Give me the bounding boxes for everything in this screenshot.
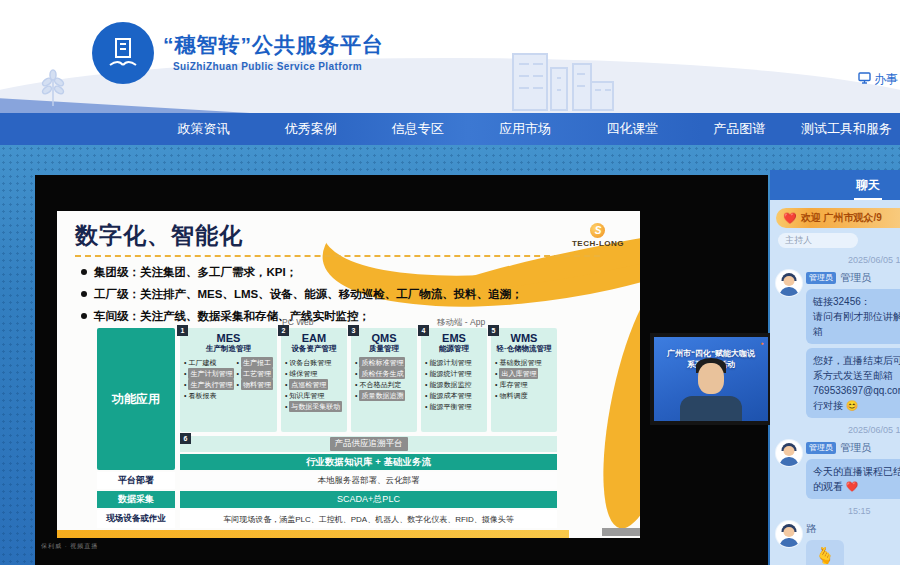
item-label: 点巡检管理 — [289, 379, 328, 390]
presenter-face — [698, 363, 724, 394]
module-box: 5WMS轻·仓储物流管理•基础数据管理•出入库管理•库存管理•物料调度 — [491, 328, 557, 432]
chat-message-list: 2025/06/05 15管理员管理员链接32456： 请问有刚才那位讲解四化老… — [776, 255, 900, 565]
welcome-banner: ❤️ 欢迎 广州市观众/9 — [776, 208, 900, 228]
bullet-text: 工厂级：关注排产、MES、LMS、设备、能源、移动巡检、工厂物流、投料、追溯； — [94, 287, 523, 302]
module-item: •维保管理 — [285, 368, 343, 379]
item-label: 质检标准管理 — [359, 357, 405, 368]
module-item: •库存管理 — [495, 379, 553, 390]
top-right-link-label: 办事 — [874, 71, 898, 88]
module-item: •点巡检管理 — [285, 379, 343, 390]
site-title: “穗智转”公共服务平台 — [163, 31, 384, 59]
chat-body[interactable]: ❤️ 欢迎 广州市观众/9 主持人 2025/06/05 15管理员管理员链接3… — [770, 200, 900, 565]
item-label: 工艺管理 — [241, 368, 273, 379]
module-item: •工厂建模 — [184, 357, 234, 368]
chat-message: 管理员管理员今天的直播课程已结束，感 的观看 ❤️ — [776, 440, 900, 499]
module-item: •能源统计管理 — [425, 368, 483, 379]
module-name: EMS — [425, 332, 483, 344]
module-box: 2EAM设备资产管理•设备台账管理•维保管理•点巡检管理•知识库管理•与数据采集… — [281, 328, 347, 432]
module-item: •生产报工 — [236, 357, 272, 368]
knowledge-base-bar: 行业数据知识库 + 基础业务流 — [180, 454, 557, 470]
presenter-body — [680, 396, 742, 421]
player-watermark: 保利威 · 视频直播 — [41, 542, 98, 551]
avatar-body — [780, 538, 799, 547]
item-label: 能源计划管理 — [429, 357, 471, 368]
item-label: 能源成本管理 — [429, 390, 471, 401]
module-item-list: •基础数据管理•出入库管理•库存管理•物料调度 — [495, 357, 553, 401]
module-item: •质检任务生成 — [355, 368, 413, 379]
bullet-dot — [81, 313, 87, 319]
avatar-face — [784, 527, 795, 537]
left-label-field-devices: 现场设备或作业 — [97, 510, 175, 528]
top-right-service-link[interactable]: 办事 — [858, 71, 898, 88]
nav-list: 政策资讯优秀案例信息专区应用市场四化课堂产品图谱测试工具和服务 — [150, 120, 900, 138]
module-item: •工艺管理 — [236, 368, 272, 379]
presenter-video-overlay[interactable]: ● 广州市“四化”赋能大咖说 系列直播活动 — [650, 333, 772, 425]
item-label: 不合格品判定 — [359, 379, 401, 390]
left-label-function: 功能应用 — [97, 328, 175, 470]
avatar-face — [784, 446, 795, 456]
avatar-body — [780, 457, 799, 466]
item-label: 工厂建模 — [188, 357, 216, 368]
avatar-face — [784, 276, 795, 286]
item-bullet: • — [425, 379, 427, 390]
user-name: 管理员 — [840, 441, 872, 455]
item-bullet: • — [236, 357, 238, 368]
trace-platform-row: 6 产品供应追溯平台 — [180, 436, 557, 452]
chat-timestamp: 2025/06/05 15 — [776, 255, 900, 265]
nav-item[interactable]: 应用市场 — [471, 120, 578, 138]
left-label-data-collect: 数据采集 — [97, 491, 175, 508]
user-avatar — [776, 521, 802, 547]
module-item: •看板报表 — [184, 390, 234, 401]
slide-bottom-gray-bar — [602, 528, 640, 536]
message-name-row: 管理员管理员 — [806, 270, 900, 285]
heart-icon: ❤️ — [783, 213, 797, 224]
module-box: 1MES生产制造管理•工厂建模•生产报工•生产计划管理•工艺管理•生产执行管理•… — [180, 328, 277, 432]
item-label: 生产报工 — [241, 357, 273, 368]
item-label: 能源统计管理 — [429, 368, 471, 379]
chat-header: 聊天 — [770, 170, 900, 200]
item-bullet: • — [425, 368, 427, 379]
module-number: 5 — [488, 325, 499, 336]
item-label: 知识库管理 — [289, 390, 324, 401]
item-bullet: • — [495, 357, 497, 368]
nav-item[interactable]: 信息专区 — [364, 120, 471, 138]
item-bullet: • — [184, 390, 186, 401]
chat-panel: 聊天 ❤️ 欢迎 广州市观众/9 主持人 2025/06/05 15管理员管理员… — [770, 170, 900, 565]
module-name: WMS — [495, 332, 553, 344]
bullet-dot — [81, 291, 87, 297]
nav-item[interactable]: 四化课堂 — [579, 120, 686, 138]
module-item: •知识库管理 — [285, 390, 343, 401]
presentation-slide: S TECH-LONG 数字化、智能化 集团级：关注集团、多工厂需求，KPI； … — [57, 211, 640, 538]
module-item: •设备台账管理 — [285, 357, 343, 368]
module-subtitle: 轻·仓储物流管理 — [495, 344, 553, 354]
nav-item[interactable]: 产品图谱 — [686, 120, 793, 138]
nav-item[interactable]: 测试工具和服务 — [793, 120, 900, 138]
page: “穗智转”公共服务平台 SuiZhiZhuan Public Service P… — [0, 0, 900, 565]
module-item-list: •工厂建模•生产报工•生产计划管理•工艺管理•生产执行管理•物料管理•看板报表 — [184, 357, 273, 401]
slide-bottom-yellow-bar — [57, 530, 569, 538]
title-dashed-underline — [75, 255, 600, 257]
item-bullet: • — [285, 390, 287, 401]
bullet-item: 工厂级：关注排产、MES、LMS、设备、能源、移动巡检、工厂物流、投料、追溯； — [81, 287, 523, 302]
nav-item[interactable]: 政策资讯 — [150, 120, 257, 138]
item-bullet: • — [285, 379, 287, 390]
item-bullet: • — [495, 390, 497, 401]
bullet-item: 集团级：关注集团、多工厂需求，KPI； — [81, 265, 523, 280]
nav-item[interactable]: 优秀案例 — [257, 120, 364, 138]
tab-chat[interactable]: 聊天 — [856, 177, 880, 194]
module-subtitle: 生产制造管理 — [184, 344, 273, 354]
chat-bubble: 您好，直播结束后可以将您 系方式发送至邮箱 769533697@qq.com，我… — [806, 348, 900, 418]
module-item: •与数据采集联动 — [285, 401, 343, 412]
module-item-list: •能源计划管理•能源统计管理•能源数据监控•能源成本管理•能源平衡管理 — [425, 357, 483, 412]
module-item: •基础数据管理 — [495, 357, 553, 368]
role-badge: 管理员 — [806, 442, 836, 454]
item-bullet: • — [355, 390, 357, 401]
item-label: 生产计划管理 — [188, 368, 234, 379]
item-bullet: • — [184, 379, 186, 390]
chat-bubble: 链接32456： 请问有刚才那位讲解四化老师的邮 箱 — [806, 289, 900, 344]
item-bullet: • — [184, 368, 186, 379]
item-bullet: • — [425, 390, 427, 401]
item-bullet: • — [495, 368, 497, 379]
module-name: QMS — [355, 332, 413, 344]
item-bullet: • — [355, 357, 357, 368]
